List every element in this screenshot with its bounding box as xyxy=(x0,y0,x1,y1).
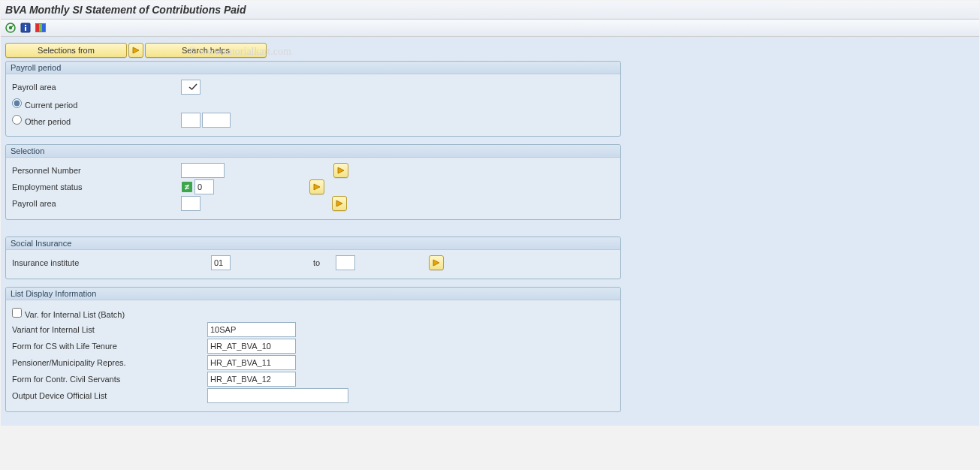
content-area: Selections from Search helps Payroll per… xyxy=(1,37,979,426)
group-header: Selection xyxy=(6,145,620,158)
info-icon[interactable] xyxy=(20,23,31,33)
group-header: Payroll period xyxy=(6,62,620,74)
label-var-internal-batch: Var. for Internal List (Batch) xyxy=(25,310,125,319)
label-pensioner-munic: Pensioner/Municipality Repres. xyxy=(12,358,207,367)
group-social-insurance: Social Insurance Insurance institute to xyxy=(5,237,621,279)
input-variant-internal-list[interactable] xyxy=(207,322,296,337)
group-selection: Selection Personnel Number Employment st… xyxy=(5,144,621,220)
svg-rect-4 xyxy=(25,25,26,26)
input-output-device[interactable] xyxy=(207,388,348,403)
page-title: BVA Monthly SI Statement of Contribution… xyxy=(1,1,979,20)
label-insurance-institute: Insurance institute xyxy=(12,258,211,267)
app-toolbar: © www.tutorialkart.com xyxy=(1,20,979,37)
radio-current-period-row[interactable]: Current period xyxy=(12,98,181,110)
input-form-cs-life-tenure[interactable] xyxy=(207,339,296,354)
input-payroll-area-sel[interactable] xyxy=(181,196,201,211)
input-personnel-number[interactable] xyxy=(181,163,225,178)
checkbox-var-internal-batch-row[interactable]: Var. for Internal List (Batch) xyxy=(12,308,207,319)
input-employment-status[interactable] xyxy=(194,179,214,194)
label-personnel-number: Personnel Number xyxy=(12,166,181,175)
input-pensioner-munic[interactable] xyxy=(207,355,296,370)
label-payroll-area: Payroll area xyxy=(12,83,181,92)
color-scheme-icon[interactable] xyxy=(35,23,46,33)
radio-other-period-label: Other period xyxy=(25,117,71,126)
selection-toolbar: Selections from Search helps xyxy=(5,43,975,58)
checkbox-var-internal-batch[interactable] xyxy=(12,308,22,318)
input-insurance-institute-from[interactable] xyxy=(211,255,231,270)
multi-select-button[interactable] xyxy=(429,255,444,270)
execute-icon[interactable] xyxy=(5,23,16,33)
input-form-contr-civil[interactable] xyxy=(207,372,296,387)
multi-select-button[interactable] xyxy=(332,196,347,211)
group-header: Social Insurance xyxy=(6,237,620,250)
input-payroll-area[interactable] xyxy=(181,80,201,95)
label-output-device: Output Device Official List xyxy=(12,391,207,400)
label-form-contr-civil: Form for Contr. Civil Servants xyxy=(12,375,207,384)
label-payroll-area-sel: Payroll area xyxy=(12,199,181,208)
selections-from-button[interactable]: Selections from xyxy=(5,43,127,58)
label-variant-internal-list: Variant for Internal List xyxy=(12,325,207,334)
radio-current-period-label: Current period xyxy=(25,101,77,110)
search-helps-button[interactable]: Search helps xyxy=(145,43,267,58)
radio-current-period[interactable] xyxy=(12,98,22,108)
multi-select-button[interactable] xyxy=(309,179,324,194)
label-form-cs-life-tenure: Form for CS with Life Tenure xyxy=(12,342,207,351)
svg-rect-7 xyxy=(39,24,42,32)
input-other-period-1[interactable] xyxy=(181,113,201,128)
multi-select-button[interactable] xyxy=(333,163,348,178)
input-other-period-2[interactable] xyxy=(202,113,231,128)
search-helps-icon-button[interactable] xyxy=(128,43,143,58)
svg-rect-6 xyxy=(36,24,39,32)
svg-rect-5 xyxy=(25,27,26,31)
input-insurance-institute-to[interactable] xyxy=(336,255,355,270)
radio-other-period[interactable] xyxy=(12,115,22,125)
label-employment-status: Employment status xyxy=(12,182,181,191)
group-list-display: List Display Information Var. for Intern… xyxy=(5,287,621,412)
radio-other-period-row[interactable]: Other period xyxy=(12,115,181,126)
svg-rect-8 xyxy=(42,24,45,32)
not-equal-indicator-icon[interactable]: ≠ xyxy=(181,181,193,193)
svg-text:≠: ≠ xyxy=(185,182,189,191)
label-to: to xyxy=(313,258,336,267)
group-payroll-period: Payroll period Payroll area Current peri… xyxy=(5,61,621,137)
group-header: List Display Information xyxy=(6,288,620,300)
